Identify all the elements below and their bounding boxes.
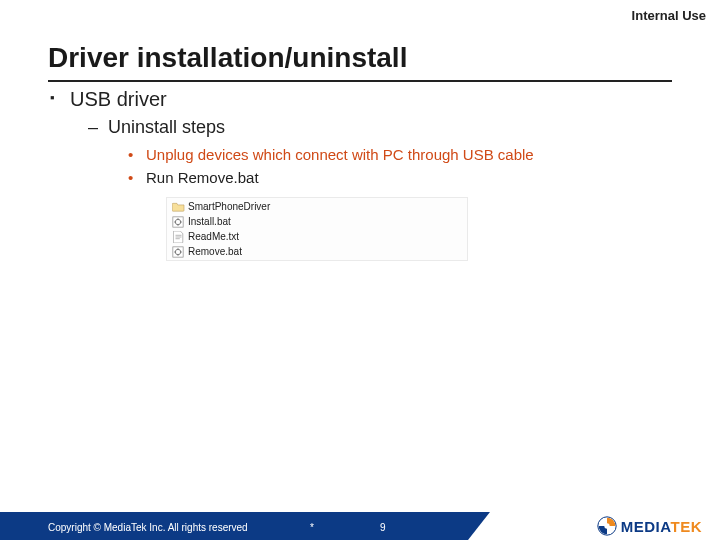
txt-file-icon [171, 231, 185, 243]
bat-file-icon [171, 246, 185, 258]
bullet-level2: Uninstall steps Unplug devices which con… [80, 117, 672, 261]
bullet-level3: Run Remove.bat [122, 167, 672, 190]
slide-title: Driver installation/uninstall [48, 42, 407, 74]
bullet-level1: USB driver Uninstall steps Unplug device… [48, 88, 672, 261]
file-name: Remove.bat [188, 246, 242, 257]
file-name: ReadMe.txt [188, 231, 239, 242]
page-number: 9 [380, 522, 386, 533]
copyright-text: Copyright © MediaTek Inc. All rights res… [48, 522, 248, 533]
logo-text-b: TEK [671, 518, 703, 535]
logo-wordmark: MEDIATEK [621, 518, 702, 535]
bullet-l3a-text: Unplug devices which connect with PC thr… [146, 146, 534, 163]
list-item: SmartPhoneDriver [167, 199, 467, 214]
file-name: SmartPhoneDriver [188, 201, 270, 212]
bat-file-icon [171, 216, 185, 228]
classification-label: Internal Use [632, 8, 706, 23]
footer-divider [468, 512, 490, 540]
list-item: Install.bat [167, 214, 467, 229]
mediatek-logo: MEDIATEK [597, 516, 702, 536]
footer: Copyright © MediaTek Inc. All rights res… [0, 512, 720, 540]
file-name: Install.bat [188, 216, 231, 227]
slide-body: USB driver Uninstall steps Unplug device… [48, 88, 672, 261]
folder-icon [171, 201, 185, 213]
bullet-level3: Unplug devices which connect with PC thr… [122, 144, 672, 167]
footer-star: * [310, 522, 314, 533]
list-item: ReadMe.txt [167, 229, 467, 244]
list-item: Remove.bat [167, 244, 467, 259]
bullet-l1-text: USB driver [70, 88, 167, 110]
logo-text-a: MEDIA [621, 518, 671, 535]
title-rule [48, 80, 672, 82]
slide: Internal Use Driver installation/uninsta… [0, 0, 720, 540]
file-list-screenshot: SmartPhoneDriver Install.bat [166, 197, 468, 261]
logo-mark-icon [597, 516, 617, 536]
bullet-l3b-text: Run Remove.bat [146, 169, 259, 186]
svg-point-5 [604, 523, 609, 528]
bullet-l2-text: Uninstall steps [108, 117, 225, 137]
